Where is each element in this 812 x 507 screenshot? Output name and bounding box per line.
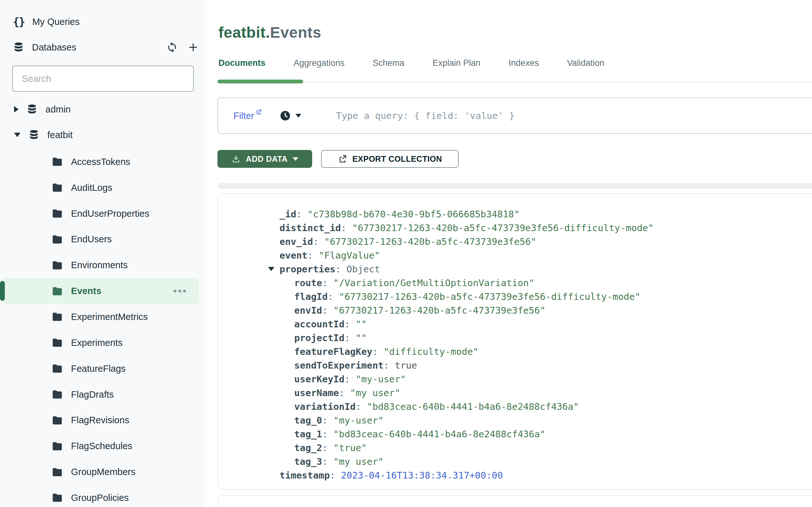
sidebar-item-environments[interactable]: Environments [0, 252, 205, 278]
tab-schema[interactable]: Schema [373, 58, 404, 71]
field-key: route [294, 278, 322, 288]
document-field-envId[interactable]: envId: "67730217-1263-420b-a5fc-473739e3… [218, 304, 812, 318]
field-value: "my user" [350, 387, 400, 398]
field-key: tag_1 [294, 429, 322, 440]
document-field-properties[interactable]: properties: Object [218, 263, 812, 276]
collection-name-label: FeatureFlags [71, 363, 126, 374]
folder-icon [51, 208, 63, 220]
document-field-projectId[interactable]: projectId: "" [218, 331, 812, 345]
document-field-tag_0[interactable]: tag_0: "my-user" [218, 414, 812, 428]
collection-name-label: Environments [71, 260, 127, 271]
add-database-icon[interactable] [187, 42, 199, 53]
chevron-down-icon [295, 114, 301, 118]
chevron-down-icon[interactable] [14, 133, 20, 137]
tab-aggregations[interactable]: Aggregations [293, 58, 344, 71]
sidebar-item-experimentmetrics[interactable]: ExperimentMetrics [0, 304, 205, 330]
document-field-tag_2[interactable]: tag_2: "true" [218, 441, 812, 455]
field-value: "67730217-1263-420b-a5fc-473739e3fe56" [324, 236, 536, 247]
sidebar-item-flagschedules[interactable]: FlagSchedules [0, 433, 205, 459]
download-icon [231, 154, 241, 164]
sidebar-item-groupmembers[interactable]: GroupMembers [0, 459, 205, 485]
document-field-userName[interactable]: userName: "my user" [218, 386, 812, 400]
folder-icon [51, 414, 63, 427]
document-field-timestamp[interactable]: timestamp: 2023-04-16T13:38:34.317+00:00 [218, 469, 812, 483]
collection-name-label: AccessTokens [71, 157, 130, 167]
field-value: "FlagValue" [319, 250, 380, 261]
sidebar-item-auditlogs[interactable]: AuditLogs [0, 175, 205, 201]
field-separator: : [322, 456, 333, 467]
refresh-icon[interactable] [166, 42, 178, 53]
sidebar-item-experiments[interactable]: Experiments [0, 330, 205, 356]
sidebar-item-events[interactable]: Events••• [3, 278, 199, 304]
sidebar-item-enduserproperties[interactable]: EndUserProperties [0, 201, 205, 227]
folder-icon [51, 233, 63, 245]
field-value: "bd83ceac-640b-4441-b4a6-8e2488cf436a" [333, 429, 545, 440]
sidebar-item-featureflags[interactable]: FeatureFlags [0, 356, 205, 382]
tab-validation[interactable]: Validation [567, 58, 604, 71]
filter-link[interactable]: Filter [233, 111, 262, 121]
add-data-button[interactable]: ADD DATA [217, 150, 312, 168]
field-separator: : [328, 291, 339, 302]
query-input[interactable]: Type a query: { field: 'value' } [336, 110, 515, 121]
tab-documents[interactable]: Documents [218, 58, 265, 71]
document-field-sendToExperiment[interactable]: sendToExperiment: true [218, 359, 812, 373]
field-value: "/Variation/GetMultiOptionVariation" [333, 278, 534, 288]
document-field-route[interactable]: route: "/Variation/GetMultiOptionVariati… [218, 276, 812, 290]
document-field-distinct_id[interactable]: distinct_id: "67730217-1263-420b-a5fc-47… [218, 221, 812, 235]
document-field-_id[interactable]: _id: "c738b98d-b670-4e30-9bf5-066685b348… [218, 208, 812, 221]
collection-name-label: GroupPolicies [71, 493, 129, 503]
sidebar-item-grouppolicies[interactable]: GroupPolicies [0, 485, 205, 507]
sidebar-item-db-featbit[interactable]: featbit [14, 122, 193, 148]
field-key: _id [279, 209, 296, 220]
sidebar-item-db-admin[interactable]: admin [14, 97, 193, 122]
collapse-caret-icon[interactable] [268, 267, 274, 271]
document-field-userKeyId[interactable]: userKeyId: "my-user" [218, 373, 812, 386]
export-collection-button[interactable]: EXPORT COLLECTION [321, 150, 458, 168]
document-field-accountId[interactable]: accountId: "" [218, 318, 812, 331]
field-value: "" [356, 319, 367, 330]
collection-name-label: EndUserProperties [71, 209, 149, 219]
document-field-tag_1[interactable]: tag_1: "bd83ceac-640b-4441-b4a6-8e2488cf… [218, 428, 812, 441]
field-key: featureFlagKey [294, 346, 372, 357]
collection-name-label: AuditLogs [71, 182, 112, 193]
field-value: "" [356, 332, 367, 343]
sidebar-item-endusers[interactable]: EndUsers [0, 227, 205, 252]
collection-list: AccessTokens AuditLogs EndUserProperties… [0, 149, 205, 507]
sidebar-item-flagrevisions[interactable]: FlagRevisions [0, 407, 205, 433]
field-key: envId [294, 305, 322, 316]
document-list-edge [217, 183, 812, 188]
field-key: sendToExperiment [294, 360, 383, 371]
collection-options-icon[interactable]: ••• [173, 285, 187, 297]
field-separator: : [344, 319, 356, 330]
document-field-featureFlagKey[interactable]: featureFlagKey: "difficulty-mode" [218, 345, 812, 359]
export-icon [338, 154, 347, 164]
filter-label: Filter [233, 111, 254, 121]
app-window: {} My Queries Databases [0, 0, 812, 507]
sidebar-item-my-queries[interactable]: {} My Queries [13, 9, 192, 35]
tab-indexes[interactable]: Indexes [508, 58, 539, 71]
database-icon [13, 42, 24, 53]
field-separator: : [344, 332, 356, 343]
field-separator: : [330, 470, 341, 481]
field-separator: : [383, 360, 395, 371]
field-value: true [395, 360, 417, 371]
chevron-right-icon[interactable] [14, 106, 18, 113]
sidebar-search-input[interactable] [12, 65, 194, 92]
field-separator: : [296, 209, 307, 220]
document-field-event[interactable]: event: "FlagValue" [218, 249, 812, 263]
sidebar-item-flagdrafts[interactable]: FlagDrafts [0, 382, 205, 408]
document-field-variationId[interactable]: variationId: "bd83ceac-640b-4441-b4a6-8e… [218, 400, 812, 414]
sidebar-item-accesstokens[interactable]: AccessTokens [0, 149, 205, 175]
document-field-tag_3[interactable]: tag_3: "my user" [218, 455, 812, 469]
namespace-database: featbit [218, 24, 266, 41]
document-field-env_id[interactable]: env_id: "67730217-1263-420b-a5fc-473739e… [218, 235, 812, 249]
field-value: "bd83ceac-640b-4441-b4a6-8e2488cf436a" [367, 401, 579, 412]
active-tab-underline [217, 79, 303, 83]
query-history-button[interactable] [279, 110, 301, 121]
document-field-flagId[interactable]: flagId: "67730217-1263-420b-a5fc-473739e… [218, 290, 812, 304]
field-separator: : [335, 264, 347, 275]
field-key: timestamp [279, 470, 330, 481]
folder-icon [51, 285, 63, 297]
sidebar-databases-header[interactable]: Databases [13, 35, 199, 60]
tab-explain-plan[interactable]: Explain Plan [432, 58, 480, 71]
